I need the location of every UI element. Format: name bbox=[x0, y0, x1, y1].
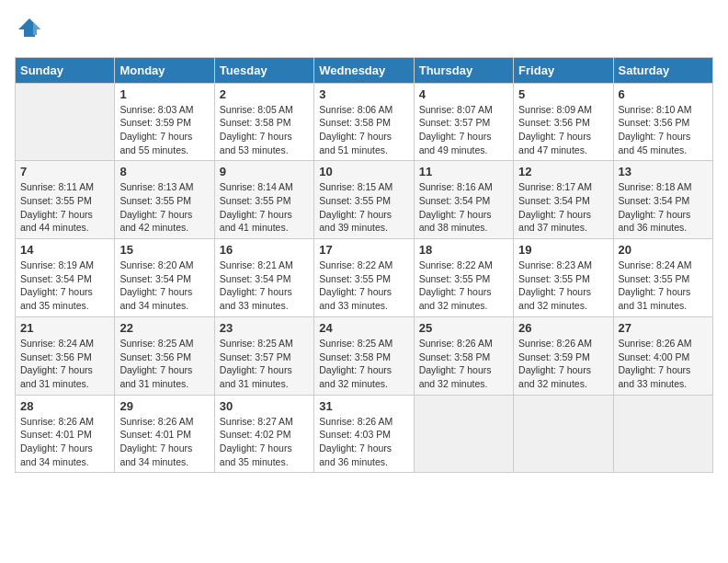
day-info: Sunrise: 8:20 AM Sunset: 3:54 PM Dayligh… bbox=[119, 259, 209, 313]
day-number: 27 bbox=[619, 321, 708, 335]
calendar-body: 1Sunrise: 8:03 AM Sunset: 3:59 PM Daylig… bbox=[16, 83, 713, 473]
day-number: 12 bbox=[518, 165, 608, 178]
day-number: 3 bbox=[319, 87, 408, 101]
day-info: Sunrise: 8:22 AM Sunset: 3:55 PM Dayligh… bbox=[419, 259, 508, 313]
calendar-cell bbox=[613, 395, 712, 473]
calendar-cell: 31Sunrise: 8:26 AM Sunset: 4:03 PM Dayli… bbox=[314, 395, 414, 473]
day-info: Sunrise: 8:26 AM Sunset: 4:01 PM Dayligh… bbox=[119, 415, 209, 469]
day-number: 28 bbox=[20, 399, 109, 413]
day-of-week-header: Friday bbox=[514, 57, 613, 83]
calendar-cell: 1Sunrise: 8:03 AM Sunset: 3:59 PM Daylig… bbox=[115, 83, 214, 161]
day-info: Sunrise: 8:15 AM Sunset: 3:55 PM Dayligh… bbox=[319, 180, 408, 235]
day-number: 17 bbox=[319, 243, 408, 257]
calendar-week-row: 1Sunrise: 8:03 AM Sunset: 3:59 PM Daylig… bbox=[16, 83, 713, 161]
calendar-cell: 8Sunrise: 8:13 AM Sunset: 3:55 PM Daylig… bbox=[115, 161, 214, 239]
calendar-cell: 21Sunrise: 8:24 AM Sunset: 3:56 PM Dayli… bbox=[16, 316, 115, 395]
calendar-header: SundayMondayTuesdayWednesdayThursdayFrid… bbox=[16, 57, 713, 83]
day-info: Sunrise: 8:26 AM Sunset: 3:58 PM Dayligh… bbox=[419, 337, 508, 391]
day-info: Sunrise: 8:21 AM Sunset: 3:54 PM Dayligh… bbox=[220, 259, 309, 313]
calendar-cell: 19Sunrise: 8:23 AM Sunset: 3:55 PM Dayli… bbox=[514, 239, 613, 317]
day-number: 13 bbox=[619, 165, 708, 178]
calendar-cell: 28Sunrise: 8:26 AM Sunset: 4:01 PM Dayli… bbox=[16, 395, 115, 473]
day-number: 21 bbox=[20, 321, 109, 335]
day-number: 23 bbox=[220, 321, 309, 335]
day-info: Sunrise: 8:18 AM Sunset: 3:54 PM Dayligh… bbox=[619, 180, 708, 235]
calendar-cell: 24Sunrise: 8:25 AM Sunset: 3:58 PM Dayli… bbox=[314, 316, 414, 395]
calendar-cell: 16Sunrise: 8:21 AM Sunset: 3:54 PM Dayli… bbox=[214, 239, 313, 317]
day-number: 10 bbox=[319, 165, 408, 178]
day-number: 4 bbox=[419, 87, 508, 101]
logo-text bbox=[15, 15, 42, 46]
day-info: Sunrise: 8:24 AM Sunset: 3:56 PM Dayligh… bbox=[20, 337, 109, 391]
calendar-cell: 26Sunrise: 8:26 AM Sunset: 3:59 PM Dayli… bbox=[514, 316, 613, 395]
day-number: 20 bbox=[619, 243, 708, 257]
day-number: 15 bbox=[119, 243, 209, 257]
day-info: Sunrise: 8:17 AM Sunset: 3:54 PM Dayligh… bbox=[518, 180, 608, 235]
logo bbox=[15, 15, 42, 46]
day-info: Sunrise: 8:13 AM Sunset: 3:55 PM Dayligh… bbox=[119, 180, 209, 235]
day-info: Sunrise: 8:22 AM Sunset: 3:55 PM Dayligh… bbox=[319, 259, 408, 313]
calendar-cell bbox=[414, 395, 513, 473]
calendar-table: SundayMondayTuesdayWednesdayThursdayFrid… bbox=[15, 57, 713, 474]
day-info: Sunrise: 8:25 AM Sunset: 3:57 PM Dayligh… bbox=[220, 337, 309, 391]
calendar-cell bbox=[16, 83, 115, 161]
day-of-week-header: Wednesday bbox=[314, 57, 414, 83]
calendar-cell: 13Sunrise: 8:18 AM Sunset: 3:54 PM Dayli… bbox=[613, 161, 712, 239]
calendar-cell: 7Sunrise: 8:11 AM Sunset: 3:55 PM Daylig… bbox=[16, 161, 115, 239]
day-of-week-header: Monday bbox=[115, 57, 214, 83]
day-info: Sunrise: 8:25 AM Sunset: 3:56 PM Dayligh… bbox=[119, 337, 209, 391]
day-number: 6 bbox=[619, 87, 708, 101]
day-number: 2 bbox=[220, 87, 309, 101]
calendar-cell: 10Sunrise: 8:15 AM Sunset: 3:55 PM Dayli… bbox=[314, 161, 414, 239]
day-info: Sunrise: 8:24 AM Sunset: 3:55 PM Dayligh… bbox=[619, 259, 708, 313]
day-number: 11 bbox=[419, 165, 508, 178]
calendar-week-row: 21Sunrise: 8:24 AM Sunset: 3:56 PM Dayli… bbox=[16, 316, 713, 395]
day-number: 29 bbox=[119, 399, 209, 413]
calendar-cell: 5Sunrise: 8:09 AM Sunset: 3:56 PM Daylig… bbox=[514, 83, 613, 161]
day-number: 30 bbox=[220, 399, 309, 413]
day-info: Sunrise: 8:19 AM Sunset: 3:54 PM Dayligh… bbox=[20, 259, 109, 313]
day-info: Sunrise: 8:03 AM Sunset: 3:59 PM Dayligh… bbox=[119, 103, 209, 157]
day-number: 16 bbox=[220, 243, 309, 257]
day-number: 14 bbox=[20, 243, 109, 257]
calendar-cell: 3Sunrise: 8:06 AM Sunset: 3:58 PM Daylig… bbox=[314, 83, 414, 161]
day-number: 7 bbox=[20, 165, 109, 178]
day-info: Sunrise: 8:07 AM Sunset: 3:57 PM Dayligh… bbox=[419, 103, 508, 157]
day-info: Sunrise: 8:26 AM Sunset: 4:03 PM Dayligh… bbox=[319, 415, 408, 469]
day-info: Sunrise: 8:10 AM Sunset: 3:56 PM Dayligh… bbox=[619, 103, 708, 157]
calendar-cell: 22Sunrise: 8:25 AM Sunset: 3:56 PM Dayli… bbox=[115, 316, 214, 395]
day-info: Sunrise: 8:06 AM Sunset: 3:58 PM Dayligh… bbox=[319, 103, 408, 157]
day-info: Sunrise: 8:09 AM Sunset: 3:56 PM Dayligh… bbox=[518, 103, 608, 157]
calendar-cell: 17Sunrise: 8:22 AM Sunset: 3:55 PM Dayli… bbox=[314, 239, 414, 317]
calendar-cell: 6Sunrise: 8:10 AM Sunset: 3:56 PM Daylig… bbox=[613, 83, 712, 161]
calendar-cell: 14Sunrise: 8:19 AM Sunset: 3:54 PM Dayli… bbox=[16, 239, 115, 317]
day-number: 8 bbox=[119, 165, 209, 178]
day-info: Sunrise: 8:23 AM Sunset: 3:55 PM Dayligh… bbox=[518, 259, 608, 313]
calendar-cell: 12Sunrise: 8:17 AM Sunset: 3:54 PM Dayli… bbox=[514, 161, 613, 239]
calendar-cell: 20Sunrise: 8:24 AM Sunset: 3:55 PM Dayli… bbox=[613, 239, 712, 317]
day-of-week-header: Sunday bbox=[16, 57, 115, 83]
calendar-cell: 11Sunrise: 8:16 AM Sunset: 3:54 PM Dayli… bbox=[414, 161, 513, 239]
day-info: Sunrise: 8:26 AM Sunset: 4:01 PM Dayligh… bbox=[20, 415, 109, 469]
day-number: 31 bbox=[319, 399, 408, 413]
calendar-cell: 30Sunrise: 8:27 AM Sunset: 4:02 PM Dayli… bbox=[214, 395, 313, 473]
day-number: 5 bbox=[518, 87, 608, 101]
calendar-week-row: 14Sunrise: 8:19 AM Sunset: 3:54 PM Dayli… bbox=[16, 239, 713, 317]
day-info: Sunrise: 8:16 AM Sunset: 3:54 PM Dayligh… bbox=[419, 180, 508, 235]
calendar-cell: 27Sunrise: 8:26 AM Sunset: 4:00 PM Dayli… bbox=[613, 316, 712, 395]
day-of-week-header: Thursday bbox=[414, 57, 513, 83]
calendar-cell: 15Sunrise: 8:20 AM Sunset: 3:54 PM Dayli… bbox=[115, 239, 214, 317]
calendar-cell: 25Sunrise: 8:26 AM Sunset: 3:58 PM Dayli… bbox=[414, 316, 513, 395]
day-number: 24 bbox=[319, 321, 408, 335]
day-number: 9 bbox=[220, 165, 309, 178]
calendar-cell: 18Sunrise: 8:22 AM Sunset: 3:55 PM Dayli… bbox=[414, 239, 513, 317]
day-info: Sunrise: 8:25 AM Sunset: 3:58 PM Dayligh… bbox=[319, 337, 408, 391]
day-number: 19 bbox=[518, 243, 608, 257]
day-info: Sunrise: 8:27 AM Sunset: 4:02 PM Dayligh… bbox=[220, 415, 309, 469]
day-number: 18 bbox=[419, 243, 508, 257]
day-of-week-header: Tuesday bbox=[214, 57, 313, 83]
page-header bbox=[15, 15, 713, 46]
day-number: 26 bbox=[518, 321, 608, 335]
day-info: Sunrise: 8:05 AM Sunset: 3:58 PM Dayligh… bbox=[220, 103, 309, 157]
calendar-cell: 4Sunrise: 8:07 AM Sunset: 3:57 PM Daylig… bbox=[414, 83, 513, 161]
